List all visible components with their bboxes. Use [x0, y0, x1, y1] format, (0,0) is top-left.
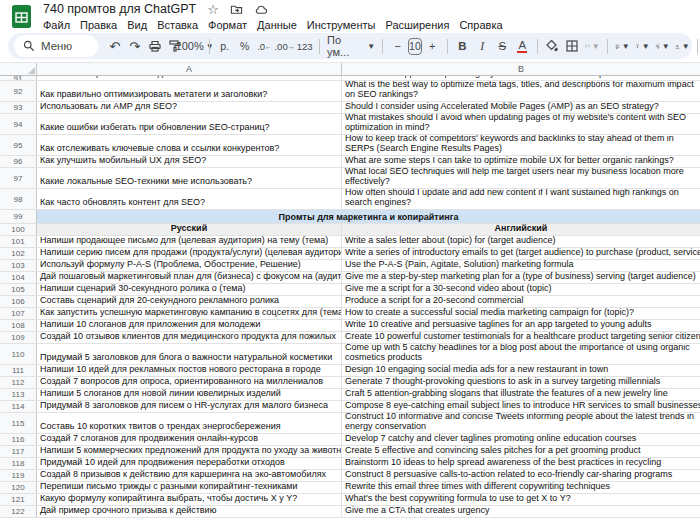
redo-button[interactable]: ↷ — [125, 35, 144, 57]
cell-b[interactable]: How to keep track of competitors' keywor… — [342, 135, 700, 155]
strikethrough-button[interactable]: S — [493, 35, 512, 57]
cell-a[interactable]: Создай 7 слоганов для продвижения онлайн… — [37, 434, 342, 445]
cell-b[interactable]: How to create a successful social media … — [342, 308, 700, 319]
cell-a[interactable]: Напиши 5 слоганов для новой линии ювелир… — [37, 389, 342, 400]
cell-a[interactable]: Русский — [37, 224, 342, 235]
cell-b[interactable]: Construct 8 persuasive calls-to-action r… — [342, 470, 700, 481]
increase-font-size-button[interactable]: + — [423, 35, 442, 57]
cell-b[interactable]: Come up with 5 catchy headlines for a bl… — [342, 344, 700, 364]
row-number[interactable]: 92 — [0, 81, 37, 101]
column-header-a[interactable]: A — [37, 63, 342, 75]
select-all-corner[interactable] — [0, 63, 37, 75]
row-number[interactable]: 101 — [0, 236, 37, 247]
star-icon[interactable]: ☆ — [207, 3, 219, 16]
italic-button[interactable]: I — [473, 35, 492, 57]
text-wrap-button[interactable]: ▼ — [653, 35, 672, 57]
cell-a[interactable]: Как отслеживать ключевые слова и ссылки … — [37, 135, 342, 155]
row-number[interactable]: 98 — [0, 189, 37, 209]
row-number[interactable]: 119 — [0, 470, 37, 481]
cell-b[interactable]: What local SEO techniques will help me t… — [342, 168, 700, 188]
cell-a[interactable]: Как запустить успешную маркетинговую кам… — [37, 308, 342, 319]
row-number[interactable]: 94 — [0, 114, 37, 134]
menu-tools[interactable]: Инструменты — [302, 19, 381, 31]
merge-cells-button[interactable]: ▼ — [583, 35, 602, 57]
cell-b[interactable]: Create 10 powerful customer testimonials… — [342, 332, 700, 343]
row-number[interactable]: 107 — [0, 308, 37, 319]
borders-button[interactable] — [563, 35, 582, 57]
cell-a[interactable]: Составь 10 коротких твитов о трендах эне… — [37, 413, 342, 433]
undo-button[interactable]: ↶ — [105, 35, 124, 57]
text-rotation-button[interactable]: ▼ — [673, 35, 692, 57]
row-number[interactable]: 115 — [0, 413, 37, 433]
cell-b[interactable]: Английский — [342, 224, 700, 235]
document-title[interactable]: 740 промтов для ChatGPT — [43, 2, 196, 16]
sheets-logo[interactable] — [9, 4, 34, 29]
cell-b[interactable]: How often should I update and add new co… — [342, 189, 700, 209]
row-number[interactable]: 106 — [0, 296, 37, 307]
column-header-b[interactable]: B — [342, 63, 700, 75]
cell-b[interactable]: Rewrite this email three times with diff… — [342, 482, 700, 493]
cell-b[interactable]: Craft 5 attention-grabbing slogans that … — [342, 389, 700, 400]
cell-a[interactable]: Придумай 8 заголовков для писем о HR-усл… — [37, 401, 342, 412]
row-number[interactable]: 95 — [0, 135, 37, 155]
row-number[interactable]: 104 — [0, 272, 37, 283]
cell-b[interactable]: Write a sales letter about (topic) for (… — [342, 236, 700, 247]
horizontal-align-button[interactable]: ▼ — [613, 35, 632, 57]
row-number[interactable]: 114 — [0, 401, 37, 412]
menu-edit[interactable]: Правка — [75, 19, 122, 31]
row-number[interactable]: 122 — [0, 506, 37, 517]
row-number[interactable]: 108 — [0, 320, 37, 331]
cell-a[interactable]: Придумай 10 идей для продвижения перераб… — [37, 458, 342, 469]
format-currency-button[interactable]: р. — [215, 35, 234, 57]
font-select[interactable]: По ум...▼ — [325, 35, 377, 57]
cell-a[interactable]: Используй формулу P-A-S (Проблема, Обост… — [37, 260, 342, 271]
cell-a[interactable]: Какие ошибки избегать при обновлении SEO… — [37, 114, 342, 134]
cell-b[interactable]: Write a series of introductory emails to… — [342, 248, 700, 259]
menu-extensions[interactable]: Расширения — [380, 19, 454, 31]
bold-button[interactable]: B — [453, 35, 472, 57]
cell-b[interactable]: Generate 7 thought-provoking questions t… — [342, 377, 700, 388]
cell-a[interactable]: Дай пример срочного призыва к действию — [37, 506, 342, 517]
row-number[interactable]: 111 — [0, 365, 37, 376]
row-number[interactable]: 112 — [0, 377, 37, 388]
row-number[interactable]: 113 — [0, 389, 37, 400]
row-number[interactable]: 105 — [0, 284, 37, 295]
cell-a[interactable]: Составь сценарий для 20-секундного рекла… — [37, 296, 342, 307]
cell-b[interactable]: Develop 7 catchy and clever taglines pro… — [342, 434, 700, 445]
menu-search-button[interactable]: Меню — [14, 35, 98, 57]
more-formats-button[interactable]: 123 — [295, 35, 314, 57]
row-number[interactable]: 117 — [0, 446, 37, 457]
menu-help[interactable]: Справка — [454, 19, 507, 31]
cell-b[interactable]: What mistakes should I avoid when updati… — [342, 114, 700, 134]
vertical-align-button[interactable]: ▼ — [633, 35, 652, 57]
cloud-status-icon[interactable] — [254, 3, 268, 16]
row-number[interactable]: 102 — [0, 248, 37, 259]
row-number[interactable]: 110 — [0, 344, 37, 364]
cell-a[interactable]: Создай 7 вопросов для опроса, ориентиров… — [37, 377, 342, 388]
menu-insert[interactable]: Вставка — [152, 19, 203, 31]
cell-a[interactable]: Напиши продающее письмо для (целевая ауд… — [37, 236, 342, 247]
row-number[interactable]: 116 — [0, 434, 37, 445]
row-number[interactable]: 118 — [0, 458, 37, 469]
cell-b[interactable]: Give me a CTA that creates urgency — [342, 506, 700, 517]
menu-format[interactable]: Формат — [203, 19, 252, 31]
zoom-select[interactable]: 100%▼ — [185, 35, 204, 57]
cell-b[interactable]: What's the best copywriting formula to u… — [342, 494, 700, 505]
row-number[interactable]: 99 — [0, 210, 37, 223]
row-number[interactable]: 96 — [0, 156, 37, 167]
cell-a[interactable]: Как улучшить мобильный UX для SEO? — [37, 156, 342, 167]
cell-a[interactable]: Какие локальные SEO-техники мне использо… — [37, 168, 342, 188]
cell-a[interactable]: Дай пошаговый маркетинговый план для (би… — [37, 272, 342, 283]
cell-b[interactable]: Create 5 effective and convincing sales … — [342, 446, 700, 457]
cell-b[interactable]: Compose 8 eye-catching email subject lin… — [342, 401, 700, 412]
cell-a[interactable]: Как оптимизировать сайт под голосовой по… — [37, 76, 342, 80]
cell-a[interactable]: Напиши сценарий 30-секундного ролика о (… — [37, 284, 342, 295]
menu-view[interactable]: Вид — [122, 19, 152, 31]
cell-b[interactable]: Give me a script for a 30-second video a… — [342, 284, 700, 295]
cell-a[interactable]: Использовать ли AMP для SEO? — [37, 102, 342, 113]
cell-b[interactable]: What are some steps I can take to optimi… — [342, 156, 700, 167]
cell-a[interactable]: Какую формулу копирайтинга выбрать, чтоб… — [37, 494, 342, 505]
row-number[interactable]: 97 — [0, 168, 37, 188]
cell-b[interactable]: Write 10 creative and persuasive tagline… — [342, 320, 700, 331]
decrease-font-size-button[interactable]: − — [388, 35, 407, 57]
